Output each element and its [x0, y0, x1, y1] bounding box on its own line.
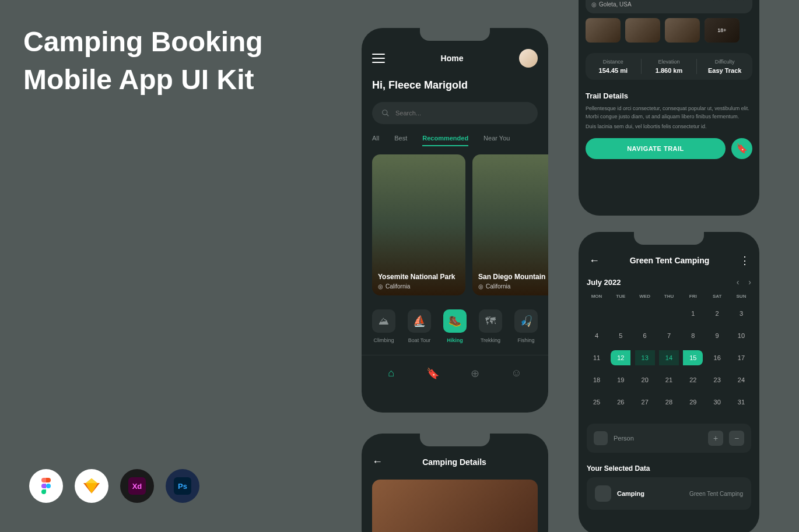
stat-distance: Distance154.45 mi [586, 59, 642, 74]
tabs: All Best Recommended Near You [362, 130, 548, 151]
back-icon[interactable]: ← [589, 255, 600, 267]
phone-details: ← Camping Details [362, 434, 548, 532]
xd-icon: Xd [120, 469, 154, 503]
cal-day[interactable]: 30 [707, 394, 727, 410]
cal-day[interactable]: 23 [707, 372, 727, 387]
tab-all[interactable]: All [372, 135, 379, 146]
back-icon[interactable]: ← [372, 456, 383, 468]
selected-title: Your Selected Data [579, 457, 759, 477]
cal-day[interactable]: 18 [587, 372, 607, 387]
cal-day[interactable]: 5 [611, 328, 630, 343]
hero-card: Los Padres Forest ◎ Goleta, USA +12 [586, 0, 752, 13]
bookmark-button[interactable]: 🔖 [731, 138, 752, 159]
cal-day[interactable]: 11 [587, 350, 607, 365]
card-location: ◎ California [478, 283, 548, 290]
thumb-row: 18+ [579, 18, 759, 43]
tab-best[interactable]: Best [394, 135, 407, 146]
cal-day[interactable]: 9 [707, 328, 727, 343]
svg-point-0 [46, 484, 51, 488]
qty-plus[interactable]: + [708, 431, 723, 446]
stats-row: Distance154.45 mi Elevation1.860 km Diff… [586, 53, 752, 80]
cal-day-selected[interactable]: 12 [611, 350, 630, 365]
thumb-more[interactable]: 18+ [705, 18, 740, 43]
search-bar[interactable] [372, 102, 538, 124]
cal-day[interactable]: 1 [683, 306, 703, 321]
nav-bookmark-icon[interactable]: 🔖 [426, 367, 439, 380]
search-icon [381, 109, 390, 117]
cal-day[interactable]: 26 [611, 394, 630, 410]
avatar-stack: +12 [714, 0, 747, 1]
month-label: July 2022 [587, 278, 621, 287]
thumb[interactable] [586, 18, 621, 43]
person-icon [594, 431, 608, 445]
qty-minus[interactable]: − [729, 431, 744, 446]
cal-day[interactable]: 22 [683, 372, 703, 387]
calendar: MON TUE WED THU FRI SAT SUN . . . . 1 2 … [579, 291, 759, 419]
tool-icons: Xd Ps [29, 469, 199, 503]
cal-day[interactable]: 7 [659, 328, 679, 343]
next-month-icon[interactable]: › [748, 277, 751, 287]
cal-day[interactable]: 6 [635, 328, 655, 343]
cal-day[interactable]: 25 [587, 394, 607, 410]
section-title: Trail Details [579, 84, 759, 104]
cal-day-selected[interactable]: 14 [659, 350, 679, 365]
weekday: MON [587, 294, 607, 299]
prev-month-icon[interactable]: ‹ [737, 277, 740, 287]
thumb[interactable] [665, 18, 700, 43]
cal-day: . [659, 306, 679, 321]
cat-fishing[interactable]: 🎣Fishing [514, 309, 538, 343]
navigate-button[interactable]: NAVIGATE TRAIL [586, 138, 726, 159]
figma-icon [29, 469, 63, 503]
thumb[interactable] [625, 18, 660, 43]
nav-home-icon[interactable]: ⌂ [388, 367, 394, 380]
sel-value: Green Tent Camping [689, 491, 743, 497]
card-yosemite[interactable]: Yosemite National Park ◎ California [372, 154, 465, 295]
cal-day[interactable]: 10 [731, 328, 751, 343]
cal-day[interactable]: 16 [707, 350, 727, 365]
cal-day[interactable]: 3 [731, 306, 751, 321]
cat-hiking[interactable]: 🥾Hiking [443, 309, 467, 343]
hero-title-l2: Mobile App UI Kit [23, 64, 254, 95]
search-input[interactable] [395, 110, 528, 117]
cal-day[interactable]: 28 [659, 394, 679, 410]
cal-day[interactable]: 20 [635, 372, 655, 387]
cal-day[interactable]: 4 [587, 328, 607, 343]
cal-day[interactable]: 27 [635, 394, 655, 410]
weekday: FRI [683, 294, 703, 299]
trail-location: ◎ Goleta, USA [591, 1, 747, 8]
cal-day[interactable]: 31 [731, 394, 751, 410]
tab-recommended[interactable]: Recommended [422, 135, 468, 146]
desc-text: Pellentesque id orci consectetur, conseq… [579, 104, 759, 122]
cat-boat[interactable]: ⛵Boat Tour [408, 309, 431, 343]
menu-icon[interactable] [372, 54, 385, 63]
cal-day[interactable]: 2 [707, 306, 727, 321]
cat-trekking[interactable]: 🗺Trekking [479, 309, 502, 343]
cal-day-selected[interactable]: 15 [683, 350, 703, 365]
card-san-diego[interactable]: ♡ San Diego Mountain ◎ California [472, 154, 548, 295]
cal-day[interactable]: 21 [659, 372, 679, 387]
tab-near-you[interactable]: Near You [483, 135, 510, 146]
hero-title-l1: Camping Booking [23, 26, 263, 57]
avatar-more[interactable]: +12 [735, 0, 747, 1]
mini-avatar [727, 0, 738, 1]
more-icon[interactable]: ⋮ [740, 254, 749, 267]
svg-line-6 [387, 114, 389, 117]
cal-day[interactable]: 29 [683, 394, 703, 410]
phone-calendar: ← Green Tent Camping ⋮ July 2022 ‹ › MON… [579, 232, 759, 532]
cal-day[interactable]: 8 [683, 328, 703, 343]
nav-compass-icon[interactable]: ⊕ [471, 367, 479, 380]
cards-row: Yosemite National Park ◎ California ♡ Sa… [362, 151, 548, 299]
page-title: Home [441, 54, 464, 63]
nav-profile-icon[interactable]: ☺ [511, 367, 521, 380]
cat-climbing[interactable]: ⛰Climbing [372, 309, 395, 343]
cal-day[interactable]: 24 [731, 372, 751, 387]
cal-day-selected[interactable]: 13 [635, 350, 655, 365]
detail-header: ← Camping Details [362, 434, 548, 474]
action-row: NAVIGATE TRAIL 🔖 [579, 132, 759, 165]
avatar[interactable] [519, 49, 538, 68]
detail-image [372, 480, 538, 532]
ps-icon: Ps [166, 469, 199, 503]
sel-label: Camping [617, 490, 684, 497]
cal-day[interactable]: 17 [731, 350, 751, 365]
cal-day[interactable]: 19 [611, 372, 630, 387]
